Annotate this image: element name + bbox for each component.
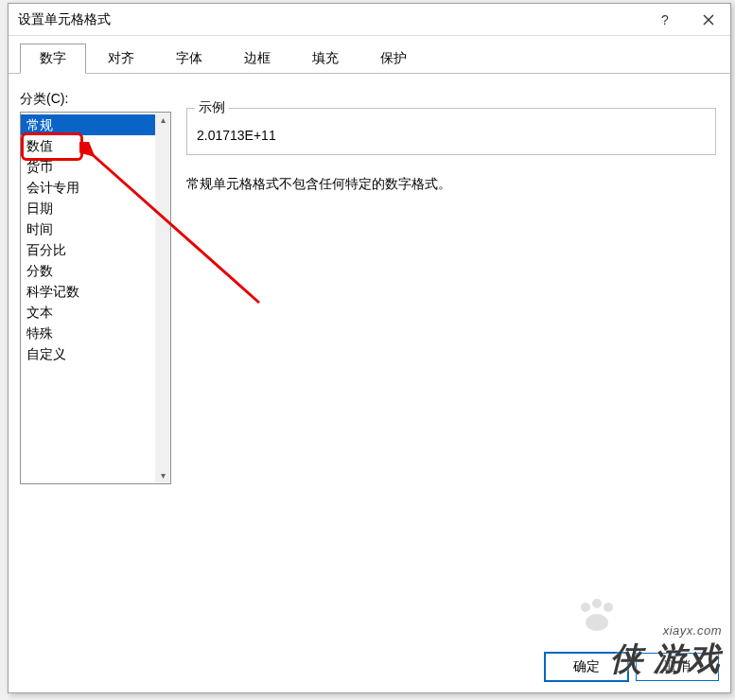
watermark-url: xiayx.com [610, 623, 723, 638]
paw-icon [576, 598, 618, 636]
scroll-up-icon[interactable]: ▴ [155, 113, 170, 128]
list-item-time[interactable]: 时间 [21, 219, 170, 239]
close-button[interactable] [687, 4, 730, 36]
category-label: 分类(C): [20, 91, 719, 108]
watermark-brand: 侠 游戏 [610, 641, 723, 676]
tab-fill[interactable]: 填充 [292, 44, 359, 74]
tab-border[interactable]: 边框 [224, 44, 290, 74]
sample-groupbox: 示例 2.01713E+11 [186, 108, 716, 155]
category-listbox[interactable]: 常规 数值 货币 会计专用 日期 时间 百分比 分数 科学记数 文本 特殊 自定… [20, 112, 171, 484]
watermark: xiayx.com 侠 游戏 [610, 623, 723, 681]
sample-value: 2.01713E+11 [197, 128, 706, 143]
listbox-scrollbar[interactable]: ▴ ▾ [155, 113, 170, 483]
list-item-date[interactable]: 日期 [21, 198, 170, 219]
dialog-title: 设置单元格格式 [18, 11, 643, 28]
list-item-special[interactable]: 特殊 [21, 323, 170, 343]
scroll-down-icon[interactable]: ▾ [155, 468, 170, 483]
list-item-fraction[interactable]: 分数 [21, 260, 170, 281]
svg-point-5 [604, 603, 613, 612]
list-item-percentage[interactable]: 百分比 [21, 239, 170, 260]
titlebar: 设置单元格格式 ? [9, 4, 730, 36]
list-item-general[interactable]: 常规 [21, 114, 170, 135]
tab-alignment[interactable]: 对齐 [88, 44, 154, 74]
svg-point-3 [581, 603, 590, 612]
tab-font[interactable]: 字体 [156, 44, 222, 74]
right-pane: 示例 2.01713E+11 常规单元格格式不包含任何特定的数字格式。 [186, 108, 719, 193]
list-item-scientific[interactable]: 科学记数 [21, 281, 170, 302]
list-item-accounting[interactable]: 会计专用 [21, 177, 170, 198]
list-item-custom[interactable]: 自定义 [21, 343, 170, 364]
tabs: 数字 对齐 字体 边框 填充 保护 [9, 36, 730, 74]
svg-point-4 [592, 599, 602, 608]
close-icon [703, 14, 714, 26]
help-icon: ? [661, 12, 669, 27]
category-list-inner: 常规 数值 货币 会计专用 日期 时间 百分比 分数 科学记数 文本 特殊 自定… [21, 113, 170, 483]
list-item-text[interactable]: 文本 [21, 302, 170, 323]
list-item-currency[interactable]: 货币 [21, 156, 170, 177]
format-cells-dialog: 设置单元格格式 ? 数字 对齐 字体 边框 填充 保护 分类(C): 常规 数值… [8, 3, 731, 693]
help-button[interactable]: ? [643, 4, 687, 36]
tab-number[interactable]: 数字 [20, 44, 86, 74]
list-item-number[interactable]: 数值 [21, 135, 170, 156]
tab-body-number: 分类(C): 常规 数值 货币 会计专用 日期 时间 百分比 分数 科学记数 文… [20, 91, 719, 681]
svg-point-6 [586, 614, 608, 631]
scroll-track[interactable] [155, 128, 170, 468]
sample-legend: 示例 [195, 99, 229, 116]
format-description: 常规单元格格式不包含任何特定的数字格式。 [186, 176, 719, 193]
tab-protection[interactable]: 保护 [360, 44, 427, 74]
